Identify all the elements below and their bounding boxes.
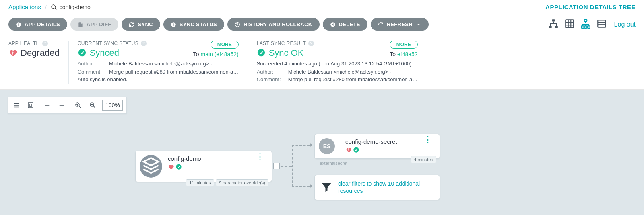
view-tree-icon[interactable] [548,18,559,30]
breadcrumb-separator: / [45,4,47,10]
sync-status-revision[interactable]: To main (ef48a52) [193,51,239,57]
last-sync-panel: LAST SYNC RESULT ? Sync OK MORE To ef48a… [248,41,427,84]
connector [292,145,310,146]
zoom-in-icon[interactable] [73,100,83,110]
tree-child-node[interactable]: ES externalsecret config-demo-secret ⋮ 4… [314,134,440,159]
connector [281,166,292,167]
connector [292,145,293,187]
app-details-button[interactable]: APP DETAILS [8,18,67,31]
comment-label: Comment: [257,76,286,84]
svg-rect-13 [552,19,555,21]
last-sync-more-button[interactable]: MORE [390,41,418,49]
svg-rect-3 [18,24,19,25]
last-sync-succeeded: Succeeded 4 minutes ago (Thu Aug 31 2023… [257,60,418,68]
check-circle-icon [175,164,182,171]
age-badge: 4 minutes [411,156,436,163]
autosync-note: Auto sync is enabled. [78,76,239,84]
arrow-icon [310,184,313,188]
svg-rect-22 [581,26,584,28]
search-icon [51,4,57,10]
node-menu-button[interactable]: ⋮ [422,138,434,142]
node-menu-button[interactable]: ⋮ [254,155,266,159]
comment-label: Comment: [78,68,107,76]
status-row: APP HEALTH ? Degraded CURRENT SYNC STATU… [0,35,644,90]
collapse-toggle[interactable]: − [273,163,280,169]
breadcrumb-root-link[interactable]: Applications [8,4,41,10]
svg-line-9 [237,25,238,25]
last-sync-label: LAST SYNC RESULT [257,41,306,46]
last-sync-revision[interactable]: To ef48a52 [390,51,418,57]
info-icon [171,22,176,27]
tree-root-node[interactable]: config-demo ⋮ 11 minutes 9 parameter ove… [135,151,272,182]
author-value: Michele Baldessari <michele@acksyn.org> … [109,60,239,68]
svg-rect-15 [555,26,558,28]
check-circle-icon [78,48,87,58]
help-icon[interactable]: ? [308,41,314,46]
sync-button[interactable]: SYNC [122,18,160,31]
tree-canvas[interactable]: 100% config-demo ⋮ 11 minutes 9 paramete… [0,90,644,215]
svg-rect-21 [584,19,587,21]
breadcrumb-current: config-demo [60,4,91,10]
check-circle-icon [353,147,359,154]
svg-rect-34 [29,104,32,106]
svg-line-43 [93,106,95,107]
refresh-icon [378,22,384,27]
sync-icon [129,22,134,27]
comment-value: Merge pull request #280 from mbaldessari… [288,76,418,84]
heart-broken-icon [345,147,352,154]
node-title: config-demo-secret [345,138,422,145]
svg-rect-23 [584,26,587,28]
app-kind-icon [140,155,162,178]
view-list-icon[interactable] [597,18,607,30]
history-rollback-button[interactable]: HISTORY AND ROLLBACK [227,18,320,31]
heart-broken-icon [8,48,17,58]
sync-status-button[interactable]: SYNC STATUS [163,18,224,31]
delete-button[interactable]: DELETE [323,18,367,31]
arrow-icon [310,143,313,147]
age-badge: 11 minutes [186,179,214,186]
refresh-button[interactable]: REFRESH [371,18,429,31]
svg-rect-6 [173,24,173,25]
help-icon[interactable]: ? [141,41,147,46]
help-icon[interactable]: ? [42,41,48,46]
app-diff-button[interactable]: APP DIFF [70,18,118,31]
filter-hint-text: clear filters to show 10 additional reso… [338,180,431,195]
app-search[interactable]: config-demo [51,4,91,10]
svg-point-0 [52,5,55,8]
check-circle-icon [257,48,266,58]
svg-rect-14 [549,26,552,28]
zoom-level[interactable]: 100% [102,100,123,111]
fit-screen-icon[interactable] [26,100,35,110]
author-value: Michele Baldessari <michele@acksyn.org> … [288,68,418,76]
filter-icon [320,181,332,193]
zoom-plus-icon[interactable] [42,100,52,110]
sync-status-value: Synced [90,48,119,58]
heart-broken-icon [168,164,174,171]
canvas-toolbar: 100% [8,97,127,114]
history-icon [235,22,240,27]
svg-rect-16 [566,20,574,28]
svg-rect-25 [598,20,606,27]
sync-status-label: CURRENT SYNC STATUS [78,41,139,46]
kind-label: externalsecret [320,161,347,166]
svg-point-4 [18,23,19,24]
logout-link[interactable]: Log out [614,21,636,28]
zoom-out-icon[interactable] [88,100,97,110]
sync-status-panel: CURRENT SYNC STATUS ? Synced MORE To mai… [68,41,248,84]
layout-list-icon[interactable] [11,100,21,110]
author-label: Author: [78,60,107,68]
delete-icon [330,22,336,27]
svg-line-1 [55,8,56,10]
svg-point-7 [173,23,174,24]
last-sync-value: Sync OK [269,48,304,58]
comment-value: Merge pull request #280 from mbaldessari… [109,68,239,76]
action-toolbar: APP DETAILS APP DIFF SYNC SYNC STATUS HI… [0,14,644,35]
view-network-icon[interactable] [580,18,591,30]
filter-hint-node[interactable]: clear filters to show 10 additional reso… [314,175,440,200]
override-badge: 9 parameter override(s) [216,179,268,186]
zoom-minus-icon[interactable] [57,100,66,110]
view-grid-icon[interactable] [564,18,575,30]
kind-abbr: ES [319,138,335,154]
sync-status-more-button[interactable]: MORE [211,41,239,49]
app-health-label: APP HEALTH [8,41,40,46]
